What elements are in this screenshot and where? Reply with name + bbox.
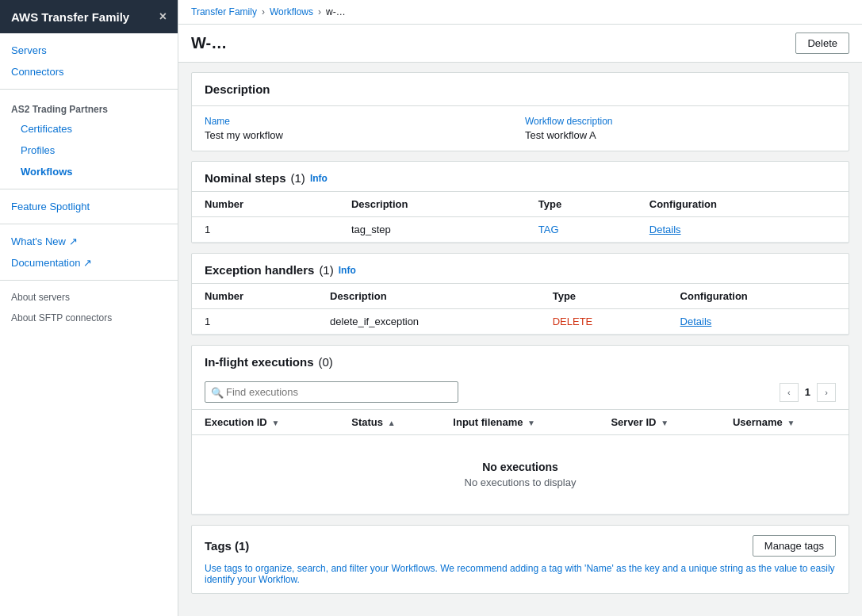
search-icon: 🔍	[211, 386, 224, 398]
search-wrapper: 🔍	[205, 381, 458, 403]
col-exec-id: Execution ID ▼	[192, 410, 339, 435]
executions-table: Execution ID ▼ Status ▲ Input filename ▼	[192, 409, 849, 515]
tags-count: (1)	[235, 539, 249, 553]
nav-divider-1	[0, 89, 178, 90]
col-type-exc: Type	[540, 284, 668, 309]
pagination-prev[interactable]: ‹	[780, 383, 799, 402]
sidebar-item-about-servers: About servers	[0, 287, 178, 308]
nav-divider-3	[0, 224, 178, 224]
delete-button[interactable]: Delete	[795, 33, 849, 54]
col-server-id: Server ID ▼	[598, 410, 720, 435]
empty-title: No executions	[224, 461, 817, 473]
pagination: ‹ 1 ›	[780, 383, 836, 402]
breadcrumb: Transfer Family › Workflows › w-…	[178, 0, 862, 25]
col-desc-nominal: Description	[339, 192, 526, 217]
nominal-row-number: 1	[192, 217, 339, 243]
pagination-next[interactable]: ›	[817, 383, 836, 402]
sidebar-item-feature-spotlight[interactable]: Feature Spotlight	[0, 196, 178, 217]
table-row: 1 tag_step TAG Details	[192, 217, 849, 243]
sidebar-item-about-sftp: About SFTP connectors	[0, 308, 178, 328]
sidebar-item-connectors[interactable]: Connectors	[0, 61, 178, 82]
nominal-details-link[interactable]: Details	[649, 224, 681, 235]
exception-handlers-label: Exception handlers	[205, 263, 314, 277]
exception-handlers-card: Exception handlers (1) Info Number Descr…	[191, 253, 849, 335]
col-type-nominal: Type	[526, 192, 637, 217]
nav-divider-4	[0, 280, 178, 281]
col-config-nominal: Configuration	[637, 192, 849, 217]
exception-handlers-info[interactable]: Info	[339, 265, 356, 276]
sidebar: AWS Transfer Family × Servers Connectors…	[0, 0, 178, 616]
sidebar-header: AWS Transfer Family ×	[0, 0, 178, 33]
executions-toolbar: 🔍 ‹ 1 ›	[192, 375, 849, 409]
nominal-steps-table: Number Description Type Configuration 1 …	[192, 191, 849, 243]
nominal-steps-info[interactable]: Info	[310, 173, 328, 184]
tags-label: Tags	[205, 539, 232, 553]
description-card: Description Name Test my workflow Workfl…	[191, 72, 849, 151]
external-link-icon: ↗	[69, 235, 78, 247]
breadcrumb-workflows[interactable]: Workflows	[270, 6, 313, 17]
empty-sub: No executions to display	[224, 476, 817, 488]
executions-header-row: Execution ID ▼ Status ▲ Input filename ▼	[192, 410, 849, 435]
empty-state: No executions No executions to display	[205, 442, 836, 507]
exc-row-config: Details	[668, 309, 849, 335]
in-flight-count: (0)	[319, 355, 333, 369]
col-config-exc: Configuration	[668, 284, 849, 309]
exc-row-desc: delete_if_exception	[317, 309, 540, 335]
nav-divider-2	[0, 189, 178, 189]
sidebar-item-profiles[interactable]: Profiles	[0, 140, 178, 161]
nominal-steps-label: Nominal steps	[205, 171, 286, 185]
workflow-desc-value: Test workflow A	[525, 129, 836, 141]
empty-state-row: No executions No executions to display	[192, 435, 849, 515]
breadcrumb-sep-1: ›	[262, 6, 265, 17]
nominal-row-desc: tag_step	[339, 217, 526, 243]
nominal-steps-card: Nominal steps (1) Info Number Descriptio…	[191, 161, 849, 243]
col-number-nominal: Number	[192, 192, 339, 217]
name-value: Test my workflow	[205, 129, 515, 141]
in-flight-title: In-flight executions (0)	[192, 346, 849, 375]
sidebar-item-documentation[interactable]: Documentation ↗	[0, 252, 178, 274]
manage-tags-button[interactable]: Manage tags	[753, 535, 836, 557]
table-row: 1 delete_if_exception DELETE Details	[192, 309, 849, 335]
tags-card: Tags (1) Manage tags Use tags to organiz…	[191, 525, 849, 594]
page-header: W-… Delete	[178, 25, 862, 63]
col-status: Status ▲	[339, 410, 440, 435]
sort-icon-exec-id[interactable]: ▼	[271, 419, 279, 427]
exc-details-link[interactable]: Details	[680, 316, 712, 327]
page-title: W-…	[191, 34, 227, 52]
sort-icon-status[interactable]: ▲	[388, 419, 396, 427]
in-flight-card: In-flight executions (0) 🔍 ‹ 1 ›	[191, 345, 849, 515]
col-number-exc: Number	[192, 284, 317, 309]
col-desc-exc: Description	[317, 284, 540, 309]
nominal-row-config: Details	[637, 217, 849, 243]
sidebar-item-whats-new[interactable]: What's New ↗	[0, 231, 178, 252]
nominal-steps-count: (1)	[291, 171, 305, 185]
description-card-header: Description	[192, 73, 849, 106]
exception-handlers-header-row: Number Description Type Configuration	[192, 284, 849, 309]
sort-icon-input[interactable]: ▼	[527, 419, 535, 427]
breadcrumb-current: w-…	[326, 6, 346, 17]
exc-row-number: 1	[192, 309, 317, 335]
sidebar-section-as2: AS2 Trading Partners	[0, 96, 178, 118]
description-card-body: Name Test my workflow Workflow descripti…	[192, 106, 849, 151]
tags-card-header: Tags (1) Manage tags	[192, 526, 849, 563]
sidebar-item-servers[interactable]: Servers	[0, 40, 178, 61]
main-content: Transfer Family › Workflows › w-… W-… De…	[178, 0, 862, 616]
tags-description: Use tags to organize, search, and filter…	[192, 563, 849, 593]
search-input[interactable]	[205, 381, 458, 403]
workflow-desc-field: Workflow description Test workflow A	[525, 116, 836, 141]
external-link-icon: ↗	[83, 257, 92, 269]
sort-icon-username[interactable]: ▼	[787, 419, 795, 427]
exception-handlers-title: Exception handlers (1) Info	[192, 254, 849, 283]
content-area: Description Name Test my workflow Workfl…	[178, 63, 862, 603]
tags-title: Tags (1)	[205, 539, 249, 553]
sidebar-nav: Servers Connectors AS2 Trading Partners …	[0, 33, 178, 616]
app-name: AWS Transfer Family	[11, 10, 129, 24]
in-flight-label: In-flight executions	[205, 355, 314, 369]
exception-handlers-count: (1)	[319, 263, 333, 277]
sort-icon-server[interactable]: ▼	[661, 419, 669, 427]
sidebar-item-workflows[interactable]: Workflows	[0, 161, 178, 182]
sidebar-item-certificates[interactable]: Certificates	[0, 118, 178, 140]
close-icon[interactable]: ×	[159, 10, 167, 24]
col-input-filename: Input filename ▼	[440, 410, 598, 435]
breadcrumb-transfer-family[interactable]: Transfer Family	[191, 6, 257, 17]
